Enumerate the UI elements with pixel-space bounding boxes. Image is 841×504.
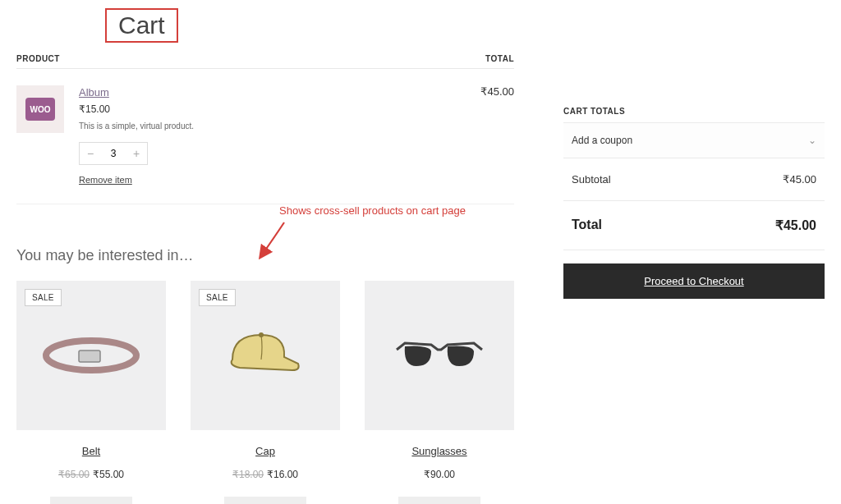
product-description: This is a simple, virtual product. bbox=[79, 121, 442, 131]
quantity-increase-button[interactable]: + bbox=[126, 143, 147, 164]
product-link[interactable]: Belt bbox=[16, 445, 166, 457]
product-link[interactable]: Sunglasses bbox=[365, 445, 514, 457]
product-card-sunglasses: Sunglasses ₹90.00 Add to cart bbox=[365, 281, 514, 504]
coupon-label: Add a coupon bbox=[572, 135, 632, 146]
product-price: ₹65.00₹55.00 bbox=[16, 469, 166, 480]
price: ₹90.00 bbox=[424, 469, 455, 480]
chevron-down-icon: ⌄ bbox=[808, 135, 816, 146]
total-value: ₹45.00 bbox=[775, 218, 816, 233]
cart-totals-sidebar: CART TOTALS Add a coupon ⌄ Subtotal ₹45.… bbox=[563, 49, 825, 504]
add-to-cart-button[interactable]: Add to cart bbox=[50, 497, 131, 504]
sale-badge: SALE bbox=[25, 289, 62, 306]
belt-icon bbox=[38, 331, 145, 380]
product-card-cap: SALE Cap ₹18.00₹16.00 Add to cart bbox=[191, 281, 340, 504]
product-image[interactable]: SALE bbox=[16, 281, 166, 430]
product-line-total: ₹45.00 bbox=[457, 85, 514, 186]
add-to-cart-button[interactable]: Add to cart bbox=[224, 497, 306, 504]
original-price: ₹18.00 bbox=[232, 469, 264, 480]
product-image[interactable]: SALE bbox=[191, 281, 340, 430]
product-thumbnail[interactable]: WOO bbox=[16, 85, 64, 133]
product-price: ₹90.00 bbox=[365, 469, 514, 480]
svg-rect-3 bbox=[79, 351, 100, 362]
total-label: Total bbox=[572, 218, 602, 233]
sale-price: ₹55.00 bbox=[93, 469, 124, 480]
quantity-stepper: − + bbox=[79, 142, 148, 165]
product-card-belt: SALE Belt ₹65.00₹55.00 Add to cart bbox=[16, 281, 166, 504]
page-title: Cart bbox=[105, 8, 178, 43]
total-column-header: TOTAL bbox=[485, 54, 514, 63]
annotation-arrow-icon bbox=[256, 219, 289, 260]
remove-item-link[interactable]: Remove item bbox=[79, 175, 132, 185]
sunglasses-icon bbox=[390, 335, 489, 376]
product-unit-price: ₹15.00 bbox=[79, 103, 442, 115]
subtotal-label: Subtotal bbox=[572, 173, 611, 186]
cart-totals-heading: CART TOTALS bbox=[563, 107, 825, 123]
album-icon: WOO bbox=[24, 93, 57, 126]
original-price: ₹65.00 bbox=[58, 469, 90, 480]
add-to-cart-button[interactable]: Add to cart bbox=[398, 497, 480, 504]
product-price: ₹18.00₹16.00 bbox=[191, 469, 340, 480]
product-name-link[interactable]: Album bbox=[79, 86, 109, 99]
cap-icon bbox=[220, 323, 310, 388]
annotation-overlay: Shows cross-sell products on cart page bbox=[16, 204, 514, 237]
svg-text:WOO: WOO bbox=[30, 105, 51, 114]
cart-main: PRODUCT TOTAL WOO Album ₹15.00 This is a… bbox=[16, 49, 514, 504]
proceed-to-checkout-button[interactable]: Proceed to Checkout bbox=[563, 263, 825, 299]
add-coupon-toggle[interactable]: Add a coupon ⌄ bbox=[563, 123, 825, 158]
cart-item-row: WOO Album ₹15.00 This is a simple, virtu… bbox=[16, 69, 514, 204]
quantity-decrease-button[interactable]: − bbox=[80, 143, 101, 164]
product-column-header: PRODUCT bbox=[16, 54, 60, 63]
quantity-input[interactable] bbox=[101, 143, 126, 164]
svg-point-4 bbox=[259, 332, 264, 337]
sale-price: ₹16.00 bbox=[267, 469, 298, 480]
sale-badge: SALE bbox=[199, 289, 236, 306]
product-link[interactable]: Cap bbox=[191, 445, 340, 457]
annotation-text: Shows cross-sell products on cart page bbox=[279, 204, 466, 217]
product-image[interactable] bbox=[365, 281, 514, 430]
subtotal-value: ₹45.00 bbox=[783, 173, 816, 186]
